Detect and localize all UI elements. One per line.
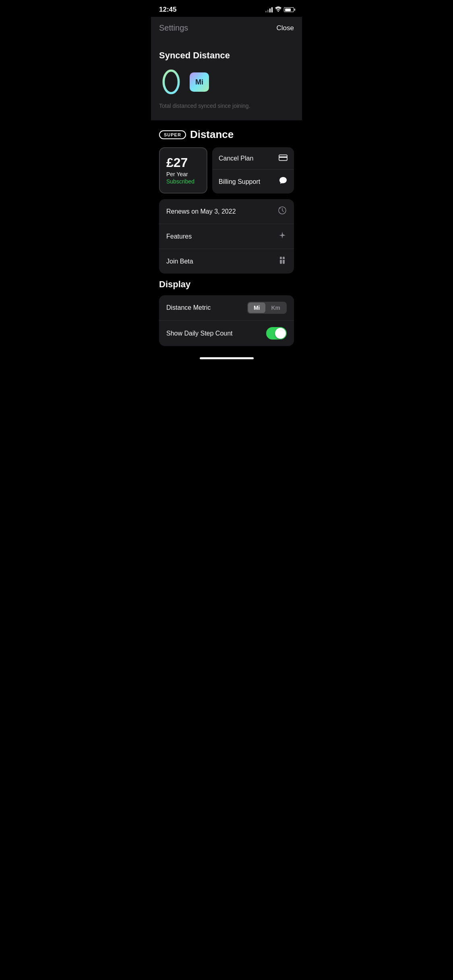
- metric-toggle[interactable]: Mi Km: [247, 302, 287, 314]
- svg-rect-7: [282, 259, 285, 260]
- features-label: Features: [166, 233, 192, 240]
- synced-distance-section: Synced Distance Mi Total distanced synce…: [151, 41, 302, 120]
- svg-rect-2: [279, 156, 287, 158]
- synced-display: Mi: [159, 68, 294, 96]
- home-bar: [200, 357, 254, 359]
- sparkle-icon: [278, 231, 287, 242]
- super-badge: SUPER: [159, 130, 186, 139]
- home-indicator: [151, 354, 302, 362]
- action-card: Cancel Plan Billing Support: [212, 147, 294, 194]
- price-period: Per Year: [166, 171, 200, 177]
- display-title: Display: [159, 279, 294, 290]
- metric-km-option[interactable]: Km: [265, 303, 286, 313]
- beta-icon: [278, 256, 287, 267]
- synced-distance-title: Synced Distance: [159, 50, 294, 61]
- display-card: Distance Metric Mi Km Show Daily Step Co…: [159, 295, 294, 346]
- step-count-item: Show Daily Step Count: [159, 320, 294, 346]
- svg-rect-4: [280, 257, 282, 264]
- distance-title: Distance: [190, 128, 234, 141]
- toggle-knob: [275, 328, 286, 339]
- info-card: Renews on May 3, 2022 Features Join Beta: [159, 199, 294, 274]
- super-distance-header: SUPER Distance: [159, 128, 294, 141]
- status-bar: 12:45: [151, 0, 302, 17]
- metric-mi-option[interactable]: Mi: [248, 303, 266, 313]
- svg-point-0: [163, 71, 178, 93]
- wifi-icon: [275, 6, 281, 13]
- cancel-plan-button[interactable]: Cancel Plan: [212, 147, 294, 170]
- zero-distance-icon: [159, 68, 183, 96]
- main-content: SUPER Distance £27 Per Year Subscribed C…: [151, 120, 302, 354]
- chat-icon: [279, 176, 288, 187]
- status-icons: [265, 6, 294, 13]
- features-item[interactable]: Features: [159, 224, 294, 249]
- pricing-row: £27 Per Year Subscribed Cancel Plan Bill…: [159, 147, 294, 194]
- step-count-toggle[interactable]: [266, 327, 287, 340]
- cancel-plan-label: Cancel Plan: [219, 155, 253, 162]
- clock-icon: [278, 206, 287, 217]
- status-time: 12:45: [159, 6, 176, 14]
- svg-rect-6: [279, 259, 282, 260]
- billing-support-label: Billing Support: [219, 178, 260, 185]
- close-button[interactable]: Close: [277, 24, 294, 32]
- renews-item[interactable]: Renews on May 3, 2022: [159, 199, 294, 224]
- page-title: Settings: [159, 23, 188, 33]
- distance-metric-item: Distance Metric Mi Km: [159, 295, 294, 320]
- signal-icon: [265, 7, 273, 12]
- billing-support-button[interactable]: Billing Support: [212, 170, 294, 194]
- step-count-label: Show Daily Step Count: [166, 330, 233, 337]
- synced-subtitle: Total distanced synced since joining.: [159, 103, 294, 109]
- settings-header: Settings Close: [151, 17, 302, 41]
- distance-metric-label: Distance Metric: [166, 304, 211, 311]
- svg-rect-5: [283, 257, 285, 264]
- join-beta-item[interactable]: Join Beta: [159, 249, 294, 274]
- credit-card-icon: [279, 154, 288, 163]
- subscription-status: Subscribed: [166, 178, 200, 185]
- battery-icon: [284, 7, 294, 12]
- display-section: Display Distance Metric Mi Km Show Daily…: [159, 279, 294, 346]
- price-amount: £27: [166, 155, 200, 170]
- price-card: £27 Per Year Subscribed: [159, 147, 207, 194]
- join-beta-label: Join Beta: [166, 258, 193, 265]
- renews-label: Renews on May 3, 2022: [166, 208, 236, 215]
- mi-badge: Mi: [190, 72, 209, 92]
